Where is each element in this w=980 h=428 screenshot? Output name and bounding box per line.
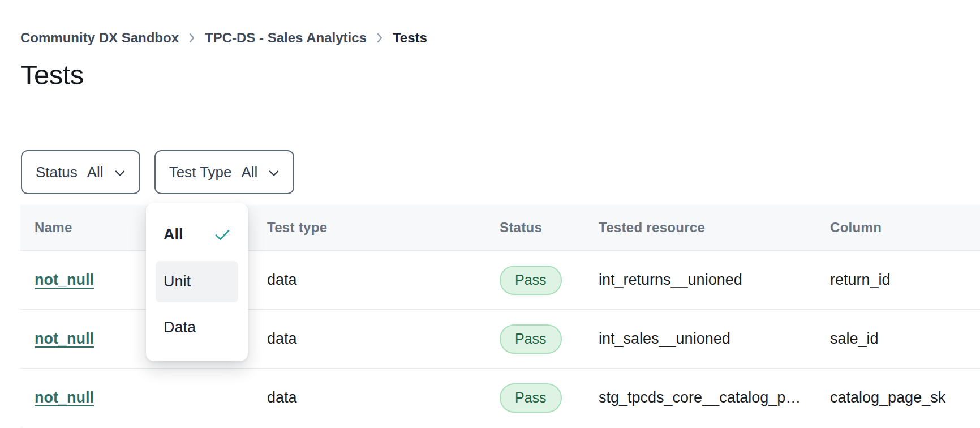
test-name-link[interactable]: not_null (35, 271, 94, 289)
column-cell: catalog_page_sk (830, 389, 980, 406)
chevron-right-icon (188, 32, 195, 44)
test-type-cell: data (267, 330, 500, 348)
dropdown-option-all-label: All (164, 226, 183, 243)
column-cell: return_id (830, 271, 980, 289)
status-filter-button[interactable]: Status All (21, 150, 140, 194)
column-header-column: Column (830, 220, 980, 236)
status-badge-pass: Pass (500, 324, 562, 354)
column-header-test-type: Test type (267, 220, 500, 236)
breadcrumb: Community DX Sandbox TPC-DS - Sales Anal… (20, 28, 427, 48)
status-cell: Pass (500, 266, 599, 295)
test-name-link[interactable]: not_null (35, 330, 94, 348)
status-cell: Pass (500, 324, 599, 354)
breadcrumb-item-package[interactable]: TPC-DS - Sales Analytics (205, 28, 367, 48)
status-badge-pass: Pass (500, 383, 562, 413)
tested-resource-cell: int_sales__unioned (599, 330, 830, 348)
chevron-down-icon (268, 170, 280, 177)
page-title: Tests (20, 57, 84, 93)
test-type-filter-button[interactable]: Test Type All (154, 150, 295, 194)
dropdown-option-unit-label: Unit (164, 273, 191, 290)
column-header-status: Status (500, 220, 599, 236)
breadcrumb-item-project[interactable]: Community DX Sandbox (20, 28, 179, 48)
status-filter-value: All (87, 164, 104, 181)
dropdown-option-unit[interactable]: Unit (156, 261, 238, 302)
status-badge-pass: Pass (500, 266, 562, 295)
status-filter-label: Status (36, 164, 78, 181)
test-type-cell: data (267, 271, 500, 289)
tested-resource-cell: stg_tpcds_core__catalog_p… (599, 389, 830, 406)
test-type-dropdown-menu: All Unit Data (146, 203, 248, 361)
dropdown-option-data[interactable]: Data (156, 307, 238, 348)
chevron-right-icon (376, 32, 383, 44)
check-icon (214, 229, 230, 241)
dropdown-option-data-label: Data (164, 319, 196, 336)
table-row: not_null data Pass stg_tpcds_core__catal… (20, 369, 980, 427)
test-name-link[interactable]: not_null (35, 389, 94, 406)
test-type-filter-value: All (241, 164, 257, 181)
test-type-cell: data (267, 389, 500, 406)
dropdown-option-all[interactable]: All (156, 214, 238, 255)
name-cell: not_null (35, 389, 267, 406)
column-header-tested-resource: Tested resource (599, 220, 830, 236)
status-cell: Pass (500, 383, 599, 413)
test-type-filter-label: Test Type (169, 164, 232, 181)
chevron-down-icon (114, 170, 126, 177)
tested-resource-cell: int_returns__unioned (599, 271, 830, 289)
filter-bar: Status All Test Type All (21, 150, 294, 194)
column-cell: sale_id (830, 330, 980, 348)
breadcrumb-item-current: Tests (393, 28, 427, 48)
